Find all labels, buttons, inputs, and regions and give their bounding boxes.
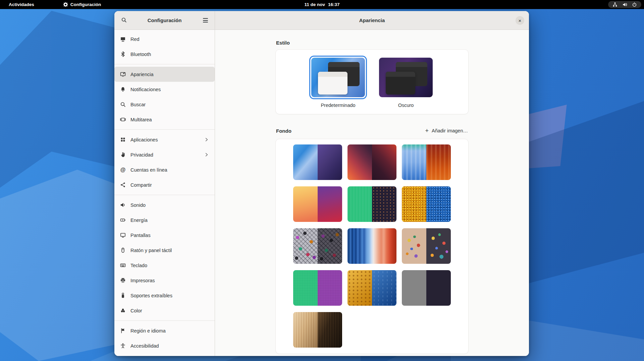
- app-indicator[interactable]: Configuración: [63, 2, 101, 7]
- sidebar-item-appearance[interactable]: Apariencia: [114, 67, 215, 82]
- chevron-right-icon: [204, 137, 209, 142]
- search-icon: [121, 17, 127, 24]
- sidebar-item-label: Buscar: [130, 102, 146, 107]
- wallpaper-scales-confetti[interactable]: [293, 228, 342, 264]
- sidebar-item-label: Cuentas en línea: [130, 167, 167, 173]
- clock-time: 16:37: [328, 2, 340, 7]
- wallpaper-fuzzy-flames[interactable]: [347, 144, 396, 180]
- add-image-label: Añadir imagen…: [432, 128, 468, 133]
- bell-icon: [120, 86, 126, 92]
- sidebar-nav: RedBluetoothAparienciaNotificacionesBusc…: [114, 30, 215, 356]
- wallpaper-dark-half: [318, 186, 342, 222]
- menu-button[interactable]: [200, 15, 211, 26]
- search-button[interactable]: [118, 15, 129, 26]
- sidebar-item-network[interactable]: Red: [114, 32, 215, 47]
- wallpaper-fabric-green-purple[interactable]: [293, 270, 342, 306]
- wallpaper-light-half: [347, 270, 372, 306]
- sidebar-item-mouse[interactable]: Ratón y panel táctil: [114, 243, 215, 258]
- system-tray[interactable]: [608, 1, 641, 8]
- speaker-icon: [120, 202, 126, 208]
- preview-front-window: [318, 72, 347, 95]
- style-options: PredeterminadoOscuro: [309, 56, 435, 108]
- network-wired-icon: [612, 2, 618, 7]
- sidebar-item-label: Multitarea: [130, 117, 152, 122]
- wallpaper-dark-half: [372, 270, 396, 306]
- sidebar-item-label: Soportes extraíbles: [130, 293, 172, 298]
- sidebar-item-keyboard[interactable]: Teclado: [114, 258, 215, 273]
- wallpaper-pixel-mosaic[interactable]: [402, 186, 451, 222]
- network-icon: [120, 36, 126, 42]
- close-button[interactable]: ×: [516, 16, 524, 25]
- wallpaper-waves-orange-purple[interactable]: [293, 186, 342, 222]
- sidebar-item-users[interactable]: Usuarios: [114, 353, 215, 356]
- sidebar-item-flag[interactable]: Región e idioma: [114, 323, 215, 338]
- sidebar-item-label: Red: [130, 37, 140, 42]
- sidebar-item-battery[interactable]: Energía: [114, 213, 215, 228]
- wallpaper-honeycomb-molecules[interactable]: [347, 270, 396, 306]
- wallpaper-dark-half: [372, 144, 396, 180]
- sidebar-item-color[interactable]: Color: [114, 303, 215, 318]
- wallpaper-icon-scatter[interactable]: [402, 228, 451, 264]
- sidebar-item-label: Bluetooth: [130, 52, 151, 57]
- wallpaper-blue-geometric[interactable]: [293, 144, 342, 180]
- close-icon: ×: [519, 18, 522, 23]
- sidebar-item-label: Notificaciones: [130, 87, 161, 92]
- wallpaper-dark-half: [426, 228, 451, 264]
- wallpaper-light-half: [293, 312, 318, 348]
- hamburger-icon: [203, 18, 208, 22]
- style-option-default[interactable]: Predeterminado: [309, 56, 367, 108]
- sidebar-item-bell[interactable]: Notificaciones: [114, 82, 215, 97]
- style-section-label: Estilo: [276, 40, 469, 46]
- sidebar-item-accessibility[interactable]: Accesibilidad: [114, 338, 215, 353]
- sidebar-item-multitask[interactable]: Multitarea: [114, 112, 215, 127]
- content: Estilo PredeterminadoOscuro Fondo + Añad…: [215, 30, 529, 356]
- wallpaper-green-dashes[interactable]: [347, 186, 396, 222]
- style-option-label: Oscuro: [377, 103, 435, 108]
- sidebar-item-label: Aplicaciones: [130, 137, 158, 142]
- wallpaper-dark-half: [372, 186, 396, 222]
- sidebar-item-apps[interactable]: Aplicaciones: [114, 132, 215, 147]
- sidebar-divider: [114, 129, 215, 130]
- sidebar-item-label: Privacidad: [130, 152, 153, 158]
- wallpaper-dark-half: [318, 228, 342, 264]
- wallpaper-dark-half: [426, 144, 451, 180]
- sidebar-item-usb[interactable]: Soportes extraíbles: [114, 288, 215, 303]
- wallpaper-wood-stripes[interactable]: [293, 312, 342, 348]
- sidebar-item-at[interactable]: @Cuentas en línea: [114, 162, 215, 177]
- wallpaper-light-half: [293, 186, 318, 222]
- wallpaper-dark-half: [318, 312, 342, 348]
- background-card: [275, 139, 469, 354]
- wallpaper-climate-stripes[interactable]: [347, 228, 396, 264]
- app-indicator-label: Configuración: [70, 2, 101, 7]
- color-icon: [120, 308, 126, 313]
- sidebar-item-hand[interactable]: Privacidad: [114, 147, 215, 162]
- sidebar-item-search[interactable]: Buscar: [114, 97, 215, 112]
- share-icon: [120, 182, 126, 188]
- multitask-icon: [120, 117, 126, 122]
- sidebar-item-bluetooth[interactable]: Bluetooth: [114, 47, 215, 62]
- at-icon: @: [120, 167, 126, 173]
- style-preview-frame: [309, 56, 367, 99]
- style-option-dark[interactable]: Oscuro: [377, 56, 435, 108]
- sidebar-item-label: Ratón y panel táctil: [130, 248, 172, 253]
- main-header: Apariencia ×: [215, 11, 529, 30]
- clock[interactable]: 11 de nov 16:37: [304, 2, 339, 7]
- sidebar-item-speaker[interactable]: Sonido: [114, 197, 215, 213]
- activities-button[interactable]: Actividades: [6, 2, 37, 7]
- background-section-label: Fondo: [276, 128, 291, 134]
- sidebar-item-share[interactable]: Compartir: [114, 177, 215, 192]
- display-icon: [120, 232, 126, 238]
- wallpaper-drips-blue-orange[interactable]: [402, 144, 451, 180]
- background-header: Fondo + Añadir imagen…: [275, 126, 469, 135]
- sidebar-item-display[interactable]: Pantallas: [114, 228, 215, 243]
- wallpaper-plain-gray-dark[interactable]: [402, 270, 451, 306]
- style-preview-default: [311, 58, 365, 97]
- add-image-button[interactable]: + Añadir imagen…: [424, 126, 469, 135]
- sidebar-item-label: Región e idioma: [130, 328, 166, 334]
- sidebar-item-label: Energía: [130, 218, 148, 223]
- bluetooth-icon: [120, 51, 126, 57]
- sidebar: Configuración RedBluetoothAparienciaNoti…: [114, 11, 215, 356]
- sidebar-item-printer[interactable]: Impresoras: [114, 273, 215, 288]
- search-icon: [120, 102, 126, 107]
- sidebar-divider: [114, 320, 215, 321]
